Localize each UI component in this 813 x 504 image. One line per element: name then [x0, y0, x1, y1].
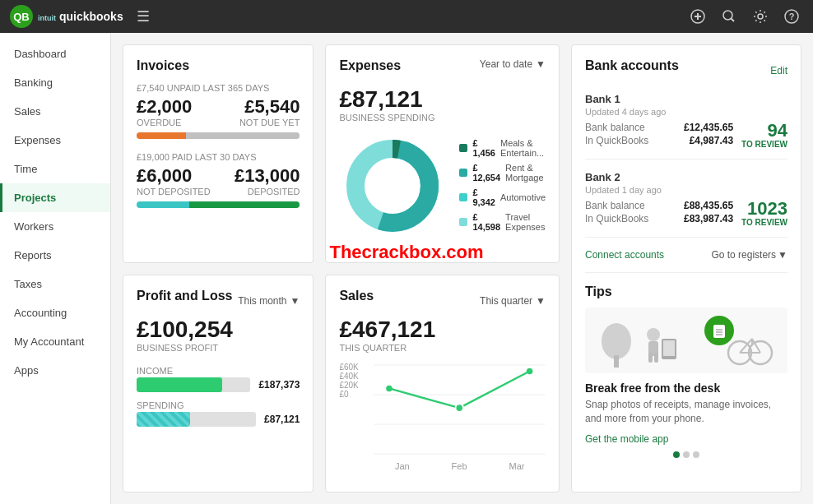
bank-account-1: Bank 1 Updated 4 days ago Bank balance £… — [585, 93, 787, 160]
sidebar-item-dashboard[interactable]: Dashboard — [0, 39, 110, 68]
help-icon[interactable]: ? — [780, 5, 803, 28]
svg-rect-24 — [713, 325, 725, 338]
bank1-inqb-val: £4,987.43 — [690, 135, 733, 146]
sales-chart-container: £60K £40K £20K £0 — [339, 363, 546, 471]
sidebar-item-accounting[interactable]: Accounting — [0, 298, 110, 327]
bank1-details: Bank balance £12,435.65 In QuickBooks £4… — [585, 122, 787, 149]
sidebar-item-expenses[interactable]: Expenses — [0, 126, 110, 155]
sidebar-item-taxes[interactable]: Taxes — [0, 270, 110, 298]
bank2-review: 1023 TO REVIEW — [741, 200, 787, 227]
legend-item-3: £ 14,598 Travel Expenses — [459, 212, 546, 232]
bank1-name: Bank 1 — [585, 93, 787, 105]
svg-rect-16 — [614, 355, 619, 368]
settings-icon[interactable] — [749, 5, 772, 28]
tips-dot-1[interactable] — [673, 451, 680, 458]
expenses-donut-chart — [339, 132, 446, 242]
bank2-review-count[interactable]: 1023 — [741, 200, 787, 218]
legend-val-3: £ 14,598 — [472, 212, 500, 232]
expenses-sublabel: BUSINESS SPENDING — [339, 113, 546, 123]
svg-line-6 — [732, 19, 735, 22]
bank2-inqb-val: £83,987.43 — [684, 213, 733, 224]
sales-card: Sales This quarter ▼ £467,121 THIS QUART… — [325, 275, 560, 492]
add-icon[interactable] — [686, 5, 709, 28]
pnl-income-bar-outer — [137, 377, 250, 392]
sales-amount: £467,121 — [339, 317, 546, 343]
bank-registers-chevron: ▼ — [778, 249, 787, 261]
sidebar-item-reports[interactable]: Reports — [0, 241, 110, 270]
tips-dot-2[interactable] — [683, 451, 690, 458]
x-label-feb: Feb — [452, 461, 467, 471]
bank1-balances: Bank balance £12,435.65 In QuickBooks £4… — [585, 122, 733, 148]
legend-val-2: £ 9,342 — [472, 187, 495, 207]
bank-card: Bank accounts Edit Bank 1 Updated 4 days… — [571, 44, 801, 492]
svg-rect-19 — [648, 353, 653, 363]
expenses-body: £ 1,456 Meals & Entertain... £ 12,654 Re… — [339, 132, 546, 242]
expenses-card: Expenses Year to date ▼ £87,121 BUSINESS… — [325, 44, 560, 263]
expenses-period-selector[interactable]: Year to date ▼ — [480, 58, 546, 70]
sales-chart-svg — [374, 363, 546, 457]
pnl-period-selector[interactable]: This month ▼ — [238, 295, 300, 307]
sidebar-item-time[interactable]: Time — [0, 155, 110, 183]
bank2-review-label: TO REVIEW — [741, 218, 787, 227]
tips-pagination-dots — [585, 451, 787, 458]
svg-rect-20 — [654, 353, 658, 363]
invoices-paid-subtitle: £19,000 PAID LAST 30 DAYS — [137, 152, 300, 162]
svg-point-15 — [602, 323, 631, 359]
bank2-updated: Updated 1 day ago — [585, 185, 787, 195]
bank-edit-button[interactable]: Edit — [770, 65, 787, 76]
bank-registers-link[interactable]: Go to registers ▼ — [711, 249, 787, 261]
pnl-spending-bar-outer — [137, 412, 256, 427]
sidebar-item-banking[interactable]: Banking — [0, 68, 110, 97]
legend-val-0: £ 1,456 — [472, 138, 495, 158]
legend-label-1: Rent & Mortgage — [505, 163, 546, 183]
invoices-deposited-amount: £13,000 — [235, 165, 300, 187]
bank-registers-label: Go to registers — [711, 249, 776, 261]
sidebar-item-projects[interactable]: Projects — [0, 183, 110, 212]
y-label-40k: £40K — [339, 372, 365, 381]
svg-text:?: ? — [789, 12, 795, 21]
pnl-spending-label: SPENDING — [137, 400, 300, 410]
bank2-inqb-row: In QuickBooks £83,987.43 — [585, 213, 733, 224]
pnl-spending-bar-wrap: SPENDING £87,121 — [137, 400, 300, 427]
pnl-income-bar-wrap: INCOME £187,373 — [137, 366, 300, 392]
bank2-balance-val: £88,435.65 — [684, 200, 733, 211]
pnl-title: Profit and Loss — [137, 289, 232, 303]
sales-title: Sales — [339, 289, 374, 303]
sidebar: Dashboard Banking Sales Expenses Time Pr… — [0, 33, 111, 504]
sales-sublabel: THIS QUARTER — [339, 343, 546, 353]
app-body: Dashboard Banking Sales Expenses Time Pr… — [0, 33, 813, 504]
search-icon[interactable] — [718, 5, 741, 28]
pnl-amount: £100,254 — [137, 317, 300, 343]
invoices-deposited-label: DEPOSITED — [235, 187, 300, 197]
bank-actions: Connect accounts Go to registers ▼ — [585, 249, 787, 261]
sidebar-item-apps[interactable]: Apps — [0, 356, 110, 385]
pnl-sublabel: BUSINESS PROFIT — [137, 343, 300, 353]
legend-label-2: Automotive — [500, 192, 546, 202]
sales-y-labels: £60K £40K £20K £0 — [339, 363, 369, 399]
tips-title: Tips — [585, 284, 787, 299]
tips-dot-3[interactable] — [693, 451, 699, 458]
bank1-review-label: TO REVIEW — [741, 140, 787, 149]
svg-point-39 — [456, 404, 463, 411]
bank2-balance-label: Bank balance — [585, 200, 645, 211]
invoices-notdeposited-amount: £6,000 — [137, 165, 211, 187]
legend-item-0: £ 1,456 Meals & Entertain... — [459, 138, 546, 158]
y-label-20k: £20K — [339, 381, 365, 390]
tips-mobile-link[interactable]: Get the mobile app — [585, 433, 668, 445]
sidebar-item-sales[interactable]: Sales — [0, 97, 110, 126]
qb-logo-icon: QB — [10, 5, 33, 28]
pnl-spending-bar-fill — [137, 412, 190, 427]
invoices-unpaid-bar — [137, 132, 300, 139]
expenses-legend: £ 1,456 Meals & Entertain... £ 12,654 Re… — [459, 138, 546, 237]
svg-point-17 — [647, 328, 660, 341]
bank1-balance-label: Bank balance — [585, 122, 645, 133]
sidebar-item-my-accountant[interactable]: My Accountant — [0, 327, 110, 356]
hamburger-menu[interactable]: ☰ — [137, 7, 150, 25]
sidebar-item-workers[interactable]: Workers — [0, 212, 110, 241]
sales-period-selector[interactable]: This quarter ▼ — [480, 289, 546, 313]
sales-x-labels: Jan Feb Mar — [374, 461, 546, 471]
tips-section: Tips — [585, 272, 787, 458]
bank1-review-count[interactable]: 94 — [741, 122, 787, 140]
x-label-jan: Jan — [395, 461, 410, 471]
bank-connect-link[interactable]: Connect accounts — [585, 249, 664, 261]
